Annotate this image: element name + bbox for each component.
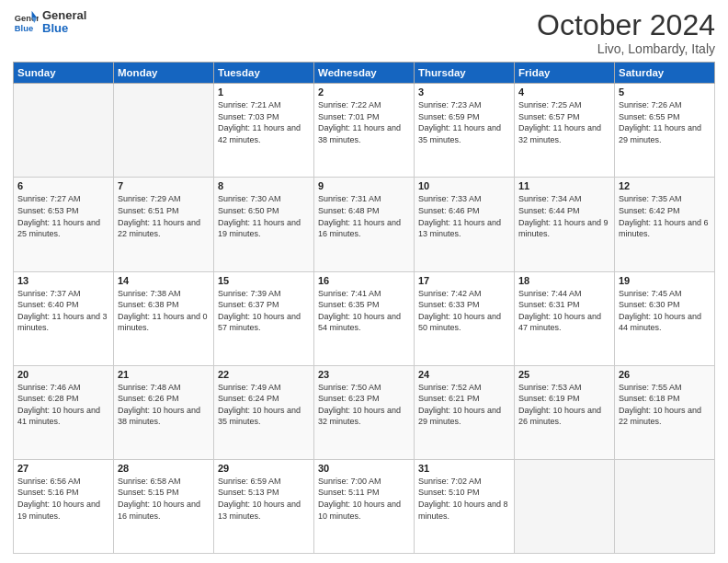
table-row: 21Sunrise: 7:48 AM Sunset: 6:26 PM Dayli…	[114, 365, 214, 459]
table-row: 26Sunrise: 7:55 AM Sunset: 6:18 PM Dayli…	[615, 365, 715, 459]
day-number: 9	[318, 180, 410, 191]
day-detail: Sunrise: 7:27 AM Sunset: 6:53 PM Dayligh…	[17, 193, 109, 239]
day-number: 17	[418, 275, 510, 286]
day-detail: Sunrise: 7:41 AM Sunset: 6:35 PM Dayligh…	[318, 288, 410, 334]
calendar-table: Sunday Monday Tuesday Wednesday Thursday…	[13, 62, 715, 554]
table-row: 25Sunrise: 7:53 AM Sunset: 6:19 PM Dayli…	[515, 365, 615, 459]
table-row: 3Sunrise: 7:23 AM Sunset: 6:59 PM Daylig…	[415, 84, 515, 178]
table-row: 4Sunrise: 7:25 AM Sunset: 6:57 PM Daylig…	[515, 84, 615, 178]
day-detail: Sunrise: 7:35 AM Sunset: 6:42 PM Dayligh…	[619, 193, 711, 239]
day-number: 25	[518, 369, 610, 380]
calendar-week-row: 20Sunrise: 7:46 AM Sunset: 6:28 PM Dayli…	[14, 365, 715, 459]
table-row: 13Sunrise: 7:37 AM Sunset: 6:40 PM Dayli…	[14, 271, 114, 365]
table-row: 30Sunrise: 7:00 AM Sunset: 5:11 PM Dayli…	[314, 459, 415, 553]
day-detail: Sunrise: 7:00 AM Sunset: 5:11 PM Dayligh…	[318, 476, 410, 522]
day-detail: Sunrise: 7:25 AM Sunset: 6:57 PM Dayligh…	[518, 99, 610, 145]
day-detail: Sunrise: 7:23 AM Sunset: 6:59 PM Dayligh…	[418, 99, 510, 145]
logo: General Blue General Blue	[13, 9, 86, 36]
logo-icon: General Blue	[13, 9, 39, 35]
calendar-week-row: 13Sunrise: 7:37 AM Sunset: 6:40 PM Dayli…	[14, 271, 715, 365]
table-row: 31Sunrise: 7:02 AM Sunset: 5:10 PM Dayli…	[415, 459, 515, 553]
header: General Blue General Blue October 2024 L…	[13, 9, 715, 56]
day-number: 7	[118, 180, 210, 191]
day-number: 30	[318, 463, 410, 474]
header-monday: Monday	[114, 63, 214, 84]
calendar-header-row: Sunday Monday Tuesday Wednesday Thursday…	[14, 63, 715, 84]
header-saturday: Saturday	[615, 63, 715, 84]
day-number: 5	[619, 86, 711, 98]
table-row: 20Sunrise: 7:46 AM Sunset: 6:28 PM Dayli…	[14, 365, 114, 459]
table-row: 10Sunrise: 7:33 AM Sunset: 6:46 PM Dayli…	[415, 178, 515, 271]
table-row: 27Sunrise: 6:56 AM Sunset: 5:16 PM Dayli…	[14, 459, 114, 553]
day-detail: Sunrise: 7:45 AM Sunset: 6:30 PM Dayligh…	[619, 288, 711, 334]
day-number: 26	[619, 369, 711, 380]
day-number: 31	[418, 463, 510, 474]
day-detail: Sunrise: 7:39 AM Sunset: 6:37 PM Dayligh…	[218, 288, 310, 334]
table-row	[615, 459, 715, 553]
day-number: 1	[218, 86, 310, 98]
logo-line2: Blue	[42, 22, 86, 35]
day-detail: Sunrise: 7:21 AM Sunset: 7:03 PM Dayligh…	[218, 99, 310, 145]
day-number: 6	[17, 180, 109, 191]
day-detail: Sunrise: 7:33 AM Sunset: 6:46 PM Dayligh…	[418, 193, 510, 239]
day-number: 8	[218, 180, 310, 191]
table-row: 2Sunrise: 7:22 AM Sunset: 7:01 PM Daylig…	[314, 84, 415, 178]
table-row: 5Sunrise: 7:26 AM Sunset: 6:55 PM Daylig…	[615, 84, 715, 178]
day-number: 2	[318, 86, 410, 98]
table-row: 23Sunrise: 7:50 AM Sunset: 6:23 PM Dayli…	[314, 365, 415, 459]
day-number: 15	[218, 275, 310, 286]
table-row: 9Sunrise: 7:31 AM Sunset: 6:48 PM Daylig…	[314, 178, 415, 271]
day-number: 21	[118, 369, 210, 380]
table-row: 14Sunrise: 7:38 AM Sunset: 6:38 PM Dayli…	[114, 271, 214, 365]
day-detail: Sunrise: 7:55 AM Sunset: 6:18 PM Dayligh…	[619, 382, 711, 428]
day-detail: Sunrise: 7:31 AM Sunset: 6:48 PM Dayligh…	[318, 193, 410, 239]
table-row: 12Sunrise: 7:35 AM Sunset: 6:42 PM Dayli…	[615, 178, 715, 271]
day-detail: Sunrise: 6:58 AM Sunset: 5:15 PM Dayligh…	[118, 476, 210, 522]
day-detail: Sunrise: 7:49 AM Sunset: 6:24 PM Dayligh…	[218, 382, 310, 428]
day-detail: Sunrise: 7:29 AM Sunset: 6:51 PM Dayligh…	[118, 193, 210, 239]
day-number: 20	[17, 369, 109, 380]
day-number: 12	[619, 180, 711, 191]
day-number: 14	[118, 275, 210, 286]
day-number: 18	[518, 275, 610, 286]
page: General Blue General Blue October 2024 L…	[0, 0, 728, 563]
table-row: 29Sunrise: 6:59 AM Sunset: 5:13 PM Dayli…	[214, 459, 314, 553]
day-detail: Sunrise: 7:38 AM Sunset: 6:38 PM Dayligh…	[118, 288, 210, 334]
day-detail: Sunrise: 7:44 AM Sunset: 6:31 PM Dayligh…	[518, 288, 610, 334]
day-number: 11	[518, 180, 610, 191]
table-row: 16Sunrise: 7:41 AM Sunset: 6:35 PM Dayli…	[314, 271, 415, 365]
day-number: 10	[418, 180, 510, 191]
calendar-week-row: 1Sunrise: 7:21 AM Sunset: 7:03 PM Daylig…	[14, 84, 715, 178]
table-row: 22Sunrise: 7:49 AM Sunset: 6:24 PM Dayli…	[214, 365, 314, 459]
table-row	[14, 84, 114, 178]
header-tuesday: Tuesday	[214, 63, 314, 84]
day-detail: Sunrise: 7:46 AM Sunset: 6:28 PM Dayligh…	[17, 382, 109, 428]
day-number: 19	[619, 275, 711, 286]
day-number: 27	[17, 463, 109, 474]
table-row: 15Sunrise: 7:39 AM Sunset: 6:37 PM Dayli…	[214, 271, 314, 365]
header-thursday: Thursday	[415, 63, 515, 84]
table-row: 11Sunrise: 7:34 AM Sunset: 6:44 PM Dayli…	[515, 178, 615, 271]
day-number: 28	[118, 463, 210, 474]
table-row: 24Sunrise: 7:52 AM Sunset: 6:21 PM Dayli…	[415, 365, 515, 459]
day-number: 13	[17, 275, 109, 286]
table-row	[114, 84, 214, 178]
day-detail: Sunrise: 6:59 AM Sunset: 5:13 PM Dayligh…	[218, 476, 310, 522]
day-number: 4	[518, 86, 610, 98]
table-row: 6Sunrise: 7:27 AM Sunset: 6:53 PM Daylig…	[14, 178, 114, 271]
day-detail: Sunrise: 7:37 AM Sunset: 6:40 PM Dayligh…	[17, 288, 109, 334]
day-number: 3	[418, 86, 510, 98]
calendar-week-row: 27Sunrise: 6:56 AM Sunset: 5:16 PM Dayli…	[14, 459, 715, 553]
location-subtitle: Livo, Lombardy, Italy	[537, 41, 715, 56]
day-number: 23	[318, 369, 410, 380]
day-detail: Sunrise: 7:02 AM Sunset: 5:10 PM Dayligh…	[418, 476, 510, 522]
day-detail: Sunrise: 7:48 AM Sunset: 6:26 PM Dayligh…	[118, 382, 210, 428]
day-number: 24	[418, 369, 510, 380]
day-number: 16	[318, 275, 410, 286]
header-sunday: Sunday	[14, 63, 114, 84]
header-friday: Friday	[515, 63, 615, 84]
day-number: 29	[218, 463, 310, 474]
svg-text:Blue: Blue	[15, 25, 33, 34]
table-row: 18Sunrise: 7:44 AM Sunset: 6:31 PM Dayli…	[515, 271, 615, 365]
day-number: 22	[218, 369, 310, 380]
